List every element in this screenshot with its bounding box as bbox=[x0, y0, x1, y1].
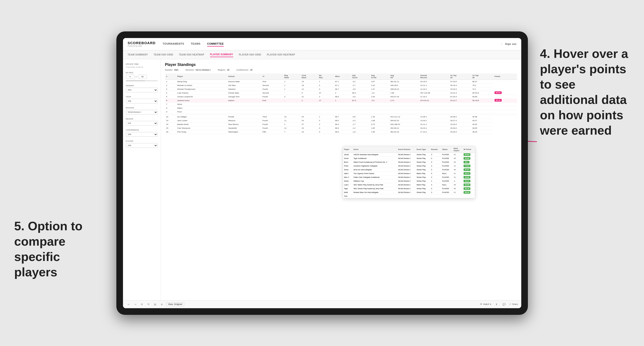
tt-col-status: Status bbox=[441, 147, 452, 153]
copy-button[interactable]: ⧉ bbox=[146, 302, 151, 307]
logo-area: SCOREBOARD Powered by clipd bbox=[128, 41, 156, 47]
points-badge[interactable]: 58.18 bbox=[494, 99, 502, 102]
table-cell bbox=[493, 106, 517, 110]
tooltip-cell: Stroke Play bbox=[415, 179, 430, 183]
table-cell: 33-39-2 bbox=[449, 126, 471, 130]
table-row[interactable]: 7Niche bbox=[165, 102, 517, 106]
player-select[interactable]: (All) bbox=[126, 143, 158, 148]
refresh-button[interactable]: ⊕ bbox=[160, 302, 164, 307]
table-row[interactable]: 3Michael ThorbjornsenStanfordFourth11206… bbox=[165, 87, 517, 91]
tooltip-cell: David bbox=[343, 179, 352, 183]
redo-button[interactable]: ↪ bbox=[133, 302, 138, 307]
tablet-screen: SCOREBOARD Powered by clipd TOURNAMENTS … bbox=[123, 38, 521, 308]
comment-button[interactable]: 💬 bbox=[502, 302, 506, 307]
tooltip-cell: NCAA Division I bbox=[397, 175, 415, 179]
tooltip-cell: NCAA Division I bbox=[397, 156, 415, 160]
table-cell: 0 bbox=[318, 119, 334, 122]
table-cell: Stanford bbox=[227, 87, 261, 91]
tooltip-points-badge[interactable]: 60.64 bbox=[464, 153, 470, 156]
subnav-player-h2h-heatmap[interactable]: PLAYER H2H HEATMAP bbox=[267, 52, 295, 57]
table-cell: 68.7 bbox=[334, 115, 351, 119]
table-cell bbox=[334, 110, 351, 114]
table-row[interactable]: 23Jack LundinMissouriFourth1124068.5-2.3… bbox=[165, 119, 517, 122]
sidebar-conference-section: Conference (All) bbox=[126, 129, 158, 137]
tooltip-points-badge[interactable]: 53.60 bbox=[464, 157, 470, 160]
table-cell: 3.07 bbox=[370, 80, 389, 83]
add-button[interactable]: ▤ bbox=[153, 302, 158, 307]
share-button[interactable]: ↗ Share bbox=[509, 303, 518, 305]
table-cell bbox=[419, 110, 449, 114]
tooltip-cell: 3 bbox=[430, 172, 441, 175]
table-row[interactable]: 26Petr HrubyWashingtonFifth723068.6-1.61… bbox=[165, 130, 517, 134]
table-cell: 9 bbox=[165, 110, 176, 114]
table-row[interactable]: 24Bastien AmatNew MexicoFourth127269.4-1… bbox=[165, 122, 517, 126]
table-row[interactable]: 8Matsu bbox=[165, 106, 517, 110]
tooltip-points-badge[interactable]: 25.98 bbox=[464, 183, 470, 186]
view-original-button[interactable]: View: Original bbox=[166, 302, 184, 306]
tooltip-cell: PLAYED bbox=[441, 186, 452, 190]
nav-tournaments[interactable]: TOURNAMENTS bbox=[163, 41, 184, 46]
table-cell: 674-33-12 bbox=[419, 99, 449, 102]
settings-button[interactable]: ⚙ bbox=[140, 302, 144, 307]
tooltip-points-badge[interactable]: 46.7 bbox=[464, 161, 470, 164]
table-row[interactable]: 22Ian GilliganFloridaThird1024168.7-0.81… bbox=[165, 115, 517, 119]
table-cell bbox=[261, 110, 283, 114]
tooltip-cell: Tiger Invitational bbox=[352, 156, 397, 160]
table-cell: 533-57-16 bbox=[389, 95, 419, 99]
tooltip-points-badge[interactable]: 66.40 bbox=[464, 191, 470, 194]
region-select[interactable]: N/A All bbox=[126, 121, 158, 126]
tooltip-points-badge[interactable]: 57.57 bbox=[464, 169, 470, 171]
no-rds-min-input[interactable] bbox=[126, 75, 134, 79]
table-row[interactable]: 6Jackson KoivuAuburnFirst-227187.5-2.02.… bbox=[165, 99, 517, 102]
table-cell: -2.3 bbox=[351, 119, 370, 122]
range-slider[interactable] bbox=[126, 80, 158, 81]
watch-button[interactable]: 👁 Watch ▾ bbox=[480, 303, 491, 305]
table-cell: 26 bbox=[165, 130, 176, 134]
table-row[interactable]: 4Luke ClantonFlorida StateSecond-527268.… bbox=[165, 91, 517, 95]
no-rds-max-input[interactable] bbox=[138, 75, 147, 79]
tooltip-cell: Jacob bbox=[343, 153, 352, 156]
table-row[interactable]: 9Prest bbox=[165, 110, 517, 114]
col-points: Points bbox=[493, 73, 517, 80]
tooltip-points-badge[interactable]: 56.18 bbox=[464, 187, 470, 190]
tooltip-cell: +1 bbox=[452, 164, 462, 168]
year-select[interactable]: (All) bbox=[126, 99, 158, 103]
table-cell: 29-15-0 bbox=[419, 80, 449, 83]
nav-right: ⋮ Sign out bbox=[500, 42, 516, 46]
tooltip-cell: 56.18 bbox=[462, 186, 475, 190]
tooltip-cell: Fallen Oak Collegiate Invitational bbox=[352, 175, 397, 179]
table-cell: Washington bbox=[227, 130, 261, 134]
subnav-team-h2h-heatmap[interactable]: TEAM H2H HEATMAP bbox=[179, 52, 204, 57]
subnav-team-h2h-grid[interactable]: TEAM H2H GRID bbox=[154, 52, 173, 57]
table-row[interactable]: 2Michael La SassoOle MissSecond118067.1-… bbox=[165, 83, 517, 87]
tooltip-cell: +1 bbox=[452, 190, 462, 194]
tooltip-points-badge[interactable]: 73.33 bbox=[464, 165, 470, 167]
sign-out-link[interactable]: Sign out bbox=[505, 42, 516, 46]
table-cell: 58.18 bbox=[493, 99, 517, 102]
undo-button[interactable]: ↩ bbox=[126, 302, 131, 307]
subnav-player-summary[interactable]: PLAYER SUMMARY bbox=[210, 52, 233, 57]
table-cell bbox=[261, 106, 283, 110]
subnav-player-h2h-grid[interactable]: PLAYER H2H GRID bbox=[239, 52, 261, 57]
table-row[interactable]: 25Cole SherwoodVanderbiltFourth1223068.9… bbox=[165, 126, 517, 130]
points-badge[interactable]: 68.54 bbox=[494, 91, 502, 94]
gender-select[interactable]: Men Women bbox=[126, 88, 158, 92]
download-button[interactable]: ⬇ bbox=[494, 302, 499, 307]
tt-col-w-points: W Points bbox=[462, 147, 475, 153]
tooltip-points-badge[interactable]: 16.50 bbox=[464, 176, 470, 178]
table-cell bbox=[318, 106, 334, 110]
tooltip-points-badge[interactable]: 30.47 bbox=[464, 180, 470, 182]
table-cell: 38.95 bbox=[471, 126, 493, 130]
bottom-toolbar: ↩ ↪ ⚙ ⧉ ▤ ⊕ View: Original 👁 Watch ▾ ⬇ 💬 bbox=[123, 300, 521, 308]
subnav-team-summary[interactable]: TEAM SUMMARY bbox=[128, 52, 148, 57]
conference-select[interactable]: (All) bbox=[126, 132, 158, 137]
division-select[interactable]: NCAA Division I NCAA Division II bbox=[126, 110, 158, 115]
table-cell bbox=[334, 102, 351, 106]
tooltip-points-badge[interactable]: 24.11 bbox=[464, 172, 470, 175]
table-cell: Vanderbilt bbox=[227, 126, 261, 130]
nav-teams[interactable]: TEAMS bbox=[191, 41, 200, 46]
nav-committee[interactable]: COMMITTEE bbox=[207, 41, 224, 46]
tooltip-cell: 3 bbox=[430, 153, 441, 156]
table-row[interactable]: 1Wenyi DingArizona StateFirst115167.1-3.… bbox=[165, 80, 517, 83]
table-row[interactable]: 5Christo LamprechtGeorgia TechFourth2212… bbox=[165, 95, 517, 99]
